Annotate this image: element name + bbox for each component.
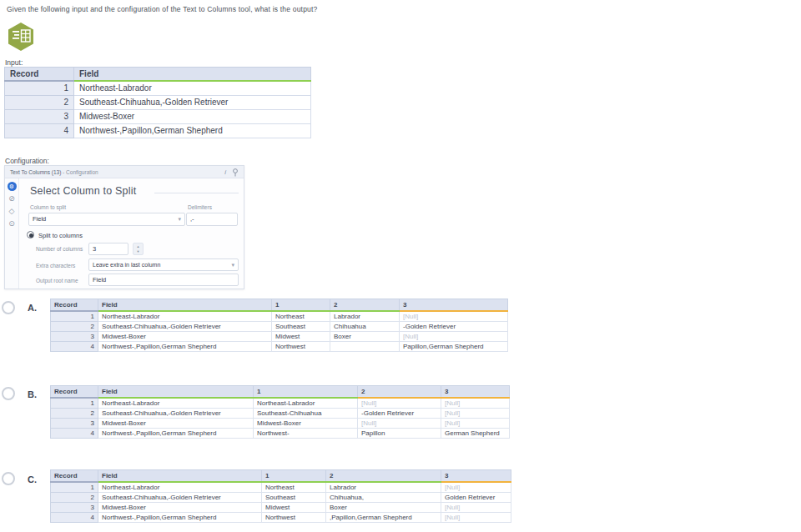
cell: Northwest- <box>254 429 358 439</box>
null-cell: [Null] <box>358 419 441 429</box>
cell: Boxer <box>326 503 441 513</box>
record-cell: 1 <box>51 482 98 493</box>
cancel-icon[interactable]: ⊘ <box>8 194 17 203</box>
cell: -Golden Retriever <box>358 409 441 419</box>
field-cell: Northwest-,Papillon,German Shepherd <box>74 123 311 138</box>
table-row: 1 Northeast-Labrador <box>5 81 311 95</box>
record-cell: 1 <box>51 311 98 322</box>
cell: ,Papillon,German Shepherd <box>326 513 441 523</box>
record-cell: 4 <box>5 123 74 138</box>
table-row: 1 Northeast-Labrador Northeast Labrador … <box>51 311 508 322</box>
input-table: Record Field 1 Northeast-Labrador 2 Sout… <box>4 67 311 138</box>
cell: Papillon <box>358 429 441 439</box>
table-row: 1 Northeast-Labrador Northeast-Labrador … <box>51 398 510 409</box>
stepper-down-icon[interactable]: ▼ <box>137 249 140 254</box>
cell: Northeast <box>262 482 326 493</box>
question-text: Given the following input and the config… <box>7 5 318 13</box>
null-cell: [Null] <box>441 419 510 429</box>
extra-characters-label: Extra characters <box>36 263 75 269</box>
column-to-split-label: Column to split <box>30 204 66 210</box>
table-row: 4 Northwest-,Papillon,German Shepherd <box>5 123 311 138</box>
table-row: 3 Midwest-Boxer Midwest Boxer [Null] <box>51 332 508 342</box>
field-cell: Midwest-Boxer <box>98 503 262 513</box>
column-header-1: 1 <box>254 386 358 399</box>
record-cell: 3 <box>51 419 98 429</box>
output-root-name-input[interactable]: Field <box>88 274 239 286</box>
header-row: Record Field 1 2 3 <box>51 470 511 483</box>
table-row: 2 Southeast-Chihuahua,-Golden Retriever … <box>51 493 511 503</box>
answer-radio-a[interactable] <box>2 301 15 314</box>
header-row: Record Field 1 2 3 <box>51 299 508 312</box>
column-header-3: 3 <box>441 470 511 483</box>
null-cell: [Null] <box>441 398 510 409</box>
delimiters-input[interactable]: ,- <box>186 213 238 226</box>
quantity-stepper[interactable]: ▲ ▼ <box>133 243 144 255</box>
table-row: 3 Midwest-Boxer <box>5 109 311 123</box>
delimiters-value: ,- <box>190 215 194 223</box>
record-cell: 3 <box>51 332 98 342</box>
number-of-columns-input[interactable]: 3 <box>88 243 128 255</box>
extra-characters-dropdown[interactable]: Leave extra in last column ▾ <box>88 258 239 271</box>
input-header-row: Record Field <box>5 68 311 82</box>
radio-dot <box>29 233 33 238</box>
cell: Northeast <box>272 311 330 322</box>
header-row: Record Field 1 2 3 <box>51 386 510 399</box>
info-icon[interactable]: i <box>224 166 226 178</box>
field-cell: Northwest-,Papillon,German Shepherd <box>98 513 262 523</box>
column-to-split-dropdown[interactable]: Field ▾ <box>28 213 185 226</box>
answer-letter-b: B. <box>28 389 37 399</box>
field-cell: Northeast-Labrador <box>74 81 311 95</box>
cell: Northeast-Labrador <box>254 398 358 409</box>
field-cell: Southeast-Chihuahua,-Golden Retriever <box>98 493 262 503</box>
column-header-record: Record <box>51 299 98 312</box>
column-header-record: Record <box>5 68 74 82</box>
configuration-titlebar: Text To Columns (13) - Configuration i <box>5 166 244 178</box>
gear-icon[interactable]: ⚙ <box>8 182 17 191</box>
cell: -Golden Retriever <box>400 322 508 332</box>
answer-radio-b[interactable] <box>2 387 15 400</box>
configuration-panel: Text To Columns (13) - Configuration i ⚙… <box>4 165 244 289</box>
field-cell: Midwest-Boxer <box>98 332 272 342</box>
column-header-field: Field <box>98 386 254 399</box>
null-cell: [Null] <box>441 513 511 523</box>
answer-table-c: Record Field 1 2 3 1 Northeast-Labrador … <box>50 469 511 523</box>
column-header-field: Field <box>74 68 311 82</box>
output-root-name-label: Output root name <box>36 278 78 284</box>
record-cell: 3 <box>51 503 98 513</box>
delimiters-label: Delimiters <box>188 204 212 210</box>
number-of-columns-value: 3 <box>93 245 96 253</box>
column-header-2: 2 <box>358 386 441 399</box>
null-cell: [Null] <box>441 503 511 513</box>
column-to-split-value: Field <box>33 215 46 223</box>
tag-icon[interactable]: ◇ <box>8 207 17 216</box>
field-cell: Northeast-Labrador <box>98 311 272 322</box>
configuration-title-suffix: - Configuration <box>61 169 98 175</box>
cell: Labrador <box>326 482 441 493</box>
output-root-name-value: Field <box>93 276 106 284</box>
answer-radio-c[interactable] <box>2 472 15 485</box>
cell: Golden Retriever <box>441 493 511 503</box>
record-cell: 3 <box>5 109 74 123</box>
table-row: 4 Northwest-,Papillon,German Shepherd No… <box>51 342 508 352</box>
field-cell: Northwest-,Papillon,German Shepherd <box>98 429 254 439</box>
clock-icon[interactable]: ⊙ <box>8 219 17 228</box>
pin-icon[interactable] <box>232 168 239 177</box>
field-cell: Southeast-Chihuahua,-Golden Retriever <box>74 95 311 109</box>
column-header-3: 3 <box>400 299 508 312</box>
configuration-body: Select Column to Split Column to split F… <box>19 178 244 289</box>
cell: Southeast <box>272 322 330 332</box>
split-to-columns-radio[interactable] <box>27 231 34 238</box>
extra-characters-value: Leave extra in last column <box>93 262 160 268</box>
column-header-record: Record <box>51 386 98 399</box>
column-header-3: 3 <box>441 386 510 399</box>
input-label: Input: <box>5 58 23 67</box>
field-cell: Midwest-Boxer <box>74 109 311 123</box>
cell: Southeast-Chihuahua <box>254 409 358 419</box>
cell: Midwest <box>262 503 326 513</box>
split-to-columns-label: Split to columns <box>38 232 83 239</box>
record-cell: 1 <box>5 81 74 95</box>
field-cell: Northwest-,Papillon,German Shepherd <box>98 342 272 352</box>
answer-table-a: Record Field 1 2 3 1 Northeast-Labrador … <box>50 299 508 352</box>
table-row: 4 Northwest-,Papillon,German Shepherd No… <box>51 429 510 439</box>
empty-cell <box>330 342 400 352</box>
